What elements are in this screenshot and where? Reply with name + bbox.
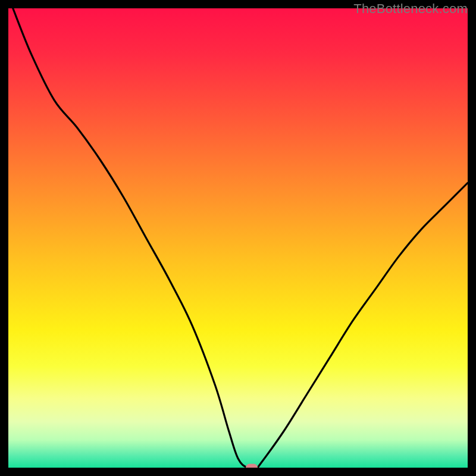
bottleneck-curve [8, 8, 468, 468]
watermark-text: TheBottleneck.com [353, 1, 468, 17]
plot-area [8, 8, 468, 468]
chart-frame: TheBottleneck.com [0, 0, 476, 476]
optimal-point-marker [246, 464, 258, 468]
